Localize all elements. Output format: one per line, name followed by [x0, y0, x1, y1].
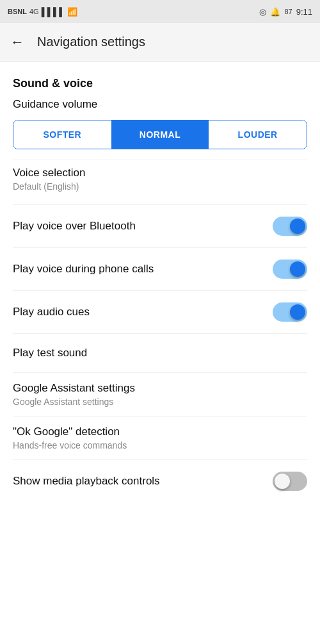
media-playback-row: Show media playback controls: [0, 460, 320, 502]
phone-calls-label: Play voice during phone calls: [13, 263, 273, 276]
ok-google-row[interactable]: "Ok Google" detection Hands-free voice c…: [0, 417, 320, 459]
voice-selection-subtitle: Default (English): [13, 181, 307, 192]
voice-selection-title: Voice selection: [13, 167, 307, 179]
phone-calls-row: Play voice during phone calls: [0, 248, 320, 290]
audio-cues-toggle-track[interactable]: [273, 302, 307, 322]
media-playback-toggle-knob: [275, 474, 290, 489]
notification-icon: 🔔: [270, 7, 280, 17]
audio-cues-row: Play audio cues: [0, 291, 320, 333]
bluetooth-toggle-track[interactable]: [273, 217, 307, 236]
media-playback-toggle[interactable]: [273, 472, 307, 491]
media-playback-toggle-track[interactable]: [273, 472, 307, 491]
network-type: 4G: [29, 8, 39, 15]
google-assistant-title: Google Assistant settings: [13, 382, 307, 395]
audio-cues-toggle-knob: [290, 304, 305, 320]
battery-icon: 87: [284, 8, 292, 15]
play-test-row[interactable]: Play test sound: [0, 334, 320, 372]
google-assistant-subtitle: Google Assistant settings: [13, 397, 307, 407]
wifi-icon: 📶: [67, 7, 77, 17]
carrier-text: BSNL: [8, 8, 27, 15]
bluetooth-row: Play voice over Bluetooth: [0, 205, 320, 247]
audio-cues-toggle[interactable]: [273, 302, 307, 322]
time-display: 9:11: [296, 7, 312, 17]
google-assistant-row[interactable]: Google Assistant settings Google Assista…: [0, 373, 320, 416]
bluetooth-label: Play voice over Bluetooth: [13, 220, 273, 233]
bluetooth-toggle[interactable]: [273, 217, 307, 236]
volume-louder-button[interactable]: LOUDER: [209, 120, 307, 149]
status-right: ◎ 🔔 87 9:11: [259, 7, 312, 17]
volume-softer-button[interactable]: SOFTER: [13, 120, 111, 149]
phone-calls-toggle[interactable]: [273, 260, 307, 279]
location-icon: ◎: [259, 7, 266, 17]
guidance-volume-section: Guidance volume SOFTER NORMAL LOUDER: [0, 98, 320, 160]
status-left: BSNL 4G ▌▌▌▌ 📶: [8, 7, 77, 17]
play-test-label: Play test sound: [13, 347, 307, 359]
back-button[interactable]: ←: [10, 34, 24, 51]
ok-google-subtitle: Hands-free voice commands: [13, 440, 307, 450]
signal-icon: ▌▌▌▌: [42, 7, 65, 17]
phone-calls-toggle-knob: [290, 261, 305, 277]
bluetooth-toggle-knob: [290, 219, 305, 234]
audio-cues-label: Play audio cues: [13, 306, 273, 318]
content: Sound & voice Guidance volume SOFTER NOR…: [0, 62, 320, 502]
volume-selector: SOFTER NORMAL LOUDER: [13, 120, 307, 149]
voice-selection-row[interactable]: Voice selection Default (English): [0, 160, 320, 204]
guidance-volume-label: Guidance volume: [13, 98, 307, 111]
ok-google-title: "Ok Google" detection: [13, 425, 307, 438]
phone-calls-toggle-track[interactable]: [273, 260, 307, 279]
section-header-sound-voice: Sound & voice: [0, 62, 320, 98]
status-bar: BSNL 4G ▌▌▌▌ 📶 ◎ 🔔 87 9:11: [0, 0, 320, 23]
volume-normal-button[interactable]: NORMAL: [111, 120, 209, 149]
page-title: Navigation settings: [37, 35, 145, 49]
media-playback-label: Show media playback controls: [13, 475, 273, 488]
toolbar: ← Navigation settings: [0, 23, 320, 62]
